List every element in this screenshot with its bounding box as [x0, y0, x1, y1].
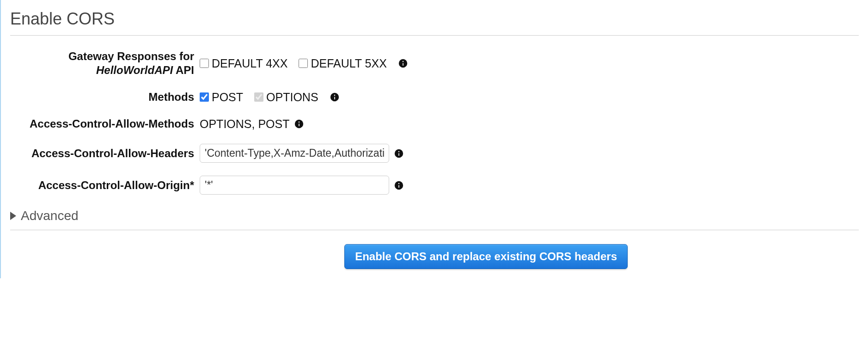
checkbox-options-label: OPTIONS: [266, 91, 318, 104]
row-gateway-responses: Gateway Responses for HelloWorldAPI API …: [10, 49, 859, 77]
checkbox-default-4xx[interactable]: [200, 59, 209, 68]
allow-headers-input[interactable]: [200, 144, 389, 163]
checkbox-options: [254, 92, 263, 102]
api-name: HelloWorldAPI: [96, 64, 173, 76]
checkbox-default-4xx-wrap[interactable]: DEFAULT 4XX: [200, 57, 287, 70]
label-allow-headers: Access-Control-Allow-Headers: [10, 147, 200, 160]
checkbox-post[interactable]: [200, 92, 209, 102]
checkbox-options-wrap: OPTIONS: [254, 91, 318, 104]
enable-cors-button[interactable]: Enable CORS and replace existing CORS he…: [344, 244, 628, 269]
info-icon[interactable]: [394, 180, 404, 190]
row-allow-methods: Access-Control-Allow-Methods OPTIONS, PO…: [10, 117, 859, 131]
label-gateway-prefix: Gateway Responses for: [68, 50, 194, 62]
label-allow-methods: Access-Control-Allow-Methods: [10, 117, 200, 131]
divider: [10, 230, 859, 230]
checkbox-post-wrap[interactable]: POST: [200, 91, 243, 104]
checkbox-default-4xx-label: DEFAULT 4XX: [212, 57, 287, 70]
info-icon[interactable]: [398, 58, 408, 68]
info-icon[interactable]: [294, 119, 304, 129]
advanced-toggle[interactable]: Advanced: [10, 208, 859, 223]
checkbox-post-label: POST: [212, 91, 243, 104]
chevron-right-icon: [10, 212, 16, 220]
row-methods: Methods POST OPTIONS: [10, 90, 859, 104]
divider: [10, 35, 859, 36]
info-icon[interactable]: [330, 92, 340, 102]
checkbox-default-5xx-wrap[interactable]: DEFAULT 5XX: [299, 57, 386, 70]
row-allow-headers: Access-Control-Allow-Headers: [10, 144, 859, 163]
page-title: Enable CORS: [10, 9, 859, 29]
info-icon[interactable]: [394, 148, 404, 159]
label-allow-origin: Access-Control-Allow-Origin*: [10, 178, 200, 192]
allow-methods-value: OPTIONS, POST: [200, 117, 289, 131]
label-gateway-suffix: API: [173, 64, 194, 76]
label-methods: Methods: [10, 90, 200, 104]
advanced-label: Advanced: [21, 208, 79, 223]
label-gateway-responses: Gateway Responses for HelloWorldAPI API: [10, 49, 200, 77]
checkbox-default-5xx[interactable]: [299, 59, 308, 68]
checkbox-default-5xx-label: DEFAULT 5XX: [311, 57, 386, 70]
action-row: Enable CORS and replace existing CORS he…: [10, 244, 859, 269]
allow-origin-input[interactable]: [200, 176, 389, 195]
row-allow-origin: Access-Control-Allow-Origin*: [10, 176, 859, 195]
